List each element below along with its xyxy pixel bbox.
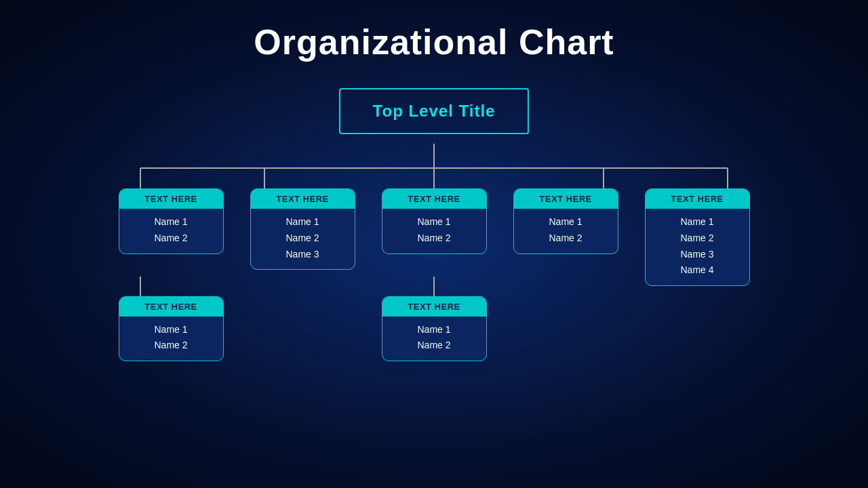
- card-node1-child-name1: Name 1: [127, 322, 215, 338]
- level2-col-5: TEXT HERE Name 1 Name 2 Name 3 Name 4: [643, 188, 751, 286]
- level2-col-3: TEXT HERE Name 1 Name 2 TEXT HERE Name 1…: [380, 188, 488, 361]
- card-node4-header: TEXT HERE: [514, 189, 618, 209]
- top-node-title: Top Level Title: [373, 102, 496, 120]
- card-node4-body: Name 1 Name 2: [514, 209, 618, 253]
- card-node5-header: TEXT HERE: [646, 189, 749, 209]
- card-node3-child-name1: Name 1: [391, 322, 478, 338]
- top-level-node: Top Level Title: [339, 88, 530, 134]
- card-node5-body: Name 1 Name 2 Name 3 Name 4: [646, 209, 749, 285]
- card-node3-child-body: Name 1 Name 2: [382, 317, 486, 361]
- card-node3-body: Name 1 Name 2: [382, 209, 486, 253]
- org-chart: Top Level Title: [0, 88, 868, 134]
- card-node3-header: TEXT HERE: [382, 189, 486, 209]
- level2-col-4: TEXT HERE Name 1 Name 2: [511, 188, 620, 254]
- card-node5-name1: Name 1: [654, 214, 741, 230]
- card-node3-child-header: TEXT HERE: [382, 297, 486, 317]
- card-node1-header: TEXT HERE: [119, 189, 223, 209]
- card-node1-child-name2: Name 2: [127, 338, 215, 354]
- card-node3-name1: Name 1: [391, 214, 478, 230]
- level2-row: TEXT HERE Name 1 Name 2 TEXT HERE Name 1…: [0, 188, 868, 361]
- card-node2-name2: Name 2: [259, 230, 347, 247]
- card-node5: TEXT HERE Name 1 Name 2 Name 3 Name 4: [645, 188, 750, 286]
- card-node1-child-body: Name 1 Name 2: [119, 317, 223, 361]
- card-node1-child-header: TEXT HERE: [119, 297, 223, 317]
- card-node1-child: TEXT HERE Name 1 Name 2: [119, 296, 224, 362]
- card-node4: TEXT HERE Name 1 Name 2: [513, 188, 618, 254]
- card-node3-child: TEXT HERE Name 1 Name 2: [382, 296, 487, 362]
- card-node2-name3: Name 3: [259, 247, 347, 263]
- page-title: Organizational Chart: [0, 0, 868, 62]
- card-node3-child-wrapper: TEXT HERE Name 1 Name 2: [382, 296, 487, 362]
- card-node4-name1: Name 1: [522, 214, 610, 230]
- card-node3: TEXT HERE Name 1 Name 2: [382, 188, 487, 254]
- card-node2-name1: Name 1: [259, 214, 347, 230]
- card-node1-child-wrapper: TEXT HERE Name 1 Name 2: [119, 296, 224, 362]
- card-node3-child-name2: Name 2: [391, 338, 478, 354]
- card-node1-body: Name 1 Name 2: [119, 209, 223, 253]
- level2-col-2: TEXT HERE Name 1 Name 2 Name 3: [248, 188, 357, 270]
- card-node1-name1: Name 1: [127, 214, 215, 230]
- card-node2: TEXT HERE Name 1 Name 2 Name 3: [250, 188, 355, 270]
- card-node3-name2: Name 2: [391, 230, 478, 247]
- card-node4-name2: Name 2: [522, 230, 610, 247]
- card-node5-name3: Name 3: [654, 247, 741, 263]
- card-node2-body: Name 1 Name 2 Name 3: [251, 209, 355, 269]
- card-node2-header: TEXT HERE: [251, 189, 355, 209]
- card-node1-name2: Name 2: [127, 230, 215, 247]
- card-node1: TEXT HERE Name 1 Name 2: [119, 188, 224, 254]
- level2-col-1: TEXT HERE Name 1 Name 2 TEXT HERE Name 1…: [117, 188, 225, 361]
- card-node5-name4: Name 4: [654, 262, 741, 279]
- card-node5-name2: Name 2: [654, 230, 741, 247]
